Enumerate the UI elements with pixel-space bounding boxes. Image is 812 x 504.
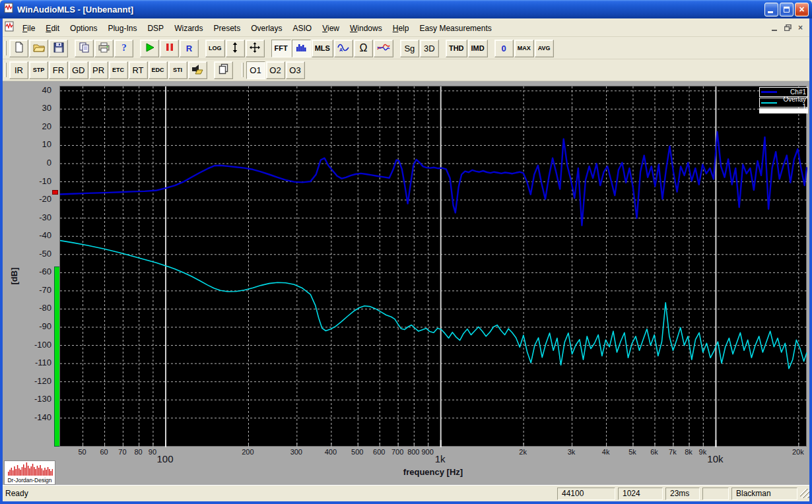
edc-button[interactable]: EDC: [149, 61, 168, 79]
pause-button[interactable]: [160, 40, 179, 57]
pr-button[interactable]: PR: [89, 61, 108, 79]
rt-button[interactable]: RT: [129, 61, 148, 79]
overlay-copy-button[interactable]: [214, 61, 233, 79]
menu-windows[interactable]: Windows: [345, 22, 388, 35]
menu-asio[interactable]: ASIO: [288, 22, 318, 35]
max-button[interactable]: MAX: [514, 40, 534, 57]
close-icon: ×: [799, 5, 804, 14]
open-file-button[interactable]: [29, 40, 48, 57]
menu-wizards[interactable]: Wizards: [169, 22, 208, 35]
impedance-button[interactable]: Ω: [354, 40, 373, 57]
fft-button[interactable]: FFT: [271, 40, 291, 57]
3d-button[interactable]: 3D: [420, 40, 439, 57]
generator-icon-button[interactable]: [188, 61, 207, 79]
avg-button[interactable]: AVG: [535, 40, 554, 57]
zero-button[interactable]: 0: [494, 40, 514, 57]
mdi-close-button[interactable]: ×: [794, 22, 807, 33]
record-button[interactable]: R: [180, 40, 199, 57]
mdi-restore-button[interactable]: [782, 22, 794, 33]
menu-help[interactable]: Help: [388, 22, 415, 35]
signal-generator-button[interactable]: Sg: [400, 40, 419, 57]
print-button[interactable]: [94, 40, 114, 57]
mdi-minimize-button[interactable]: [769, 22, 782, 33]
play-button[interactable]: [140, 40, 159, 57]
menu-easy-measurements[interactable]: Easy Measurements: [414, 22, 496, 35]
spectrum-button[interactable]: [292, 40, 311, 57]
fr-button[interactable]: FR: [49, 61, 68, 79]
etc-button[interactable]: ETC: [109, 61, 128, 79]
help-icon: ?: [119, 42, 129, 55]
title-bar[interactable]: WinAudioMLS - [Unbenannt] ×: [0, 0, 812, 18]
menu-overlays[interactable]: Overlays: [246, 22, 287, 35]
x-tick-label: 3k: [552, 448, 592, 456]
sti-button[interactable]: STI: [168, 61, 187, 79]
y-tick-label: -50: [5, 249, 51, 259]
menu-edit[interactable]: Edit: [40, 22, 65, 35]
window-title: WinAudioMLS - [Unbenannt]: [17, 5, 763, 15]
gd-button[interactable]: GD: [69, 61, 88, 79]
log-scale-button-label: LOG: [209, 45, 222, 51]
maximize-icon: [784, 7, 790, 13]
overlay2-button[interactable]: O2: [266, 61, 285, 79]
print-icon: [98, 42, 110, 55]
pan-button[interactable]: [246, 40, 265, 57]
vertical-zoom-button[interactable]: [226, 40, 245, 57]
svg-text:A: A: [339, 47, 343, 52]
menu-plug-ins[interactable]: Plug-Ins: [102, 22, 142, 35]
legend-line-sample: [761, 102, 777, 104]
impedance-button-label: Ω: [359, 42, 367, 54]
copy-button[interactable]: [75, 40, 94, 57]
y-tick-label: -60: [5, 267, 51, 276]
close-button[interactable]: ×: [795, 3, 809, 16]
y-tick-label: -10: [5, 176, 51, 186]
overlay1-button-label: O1: [250, 65, 261, 75]
menu-options[interactable]: Options: [65, 22, 102, 35]
stp-button[interactable]: STP: [29, 61, 48, 79]
scope-button[interactable]: A: [334, 40, 353, 57]
series-ch-1: [60, 132, 807, 226]
edc-button-label: EDC: [152, 67, 164, 73]
help-button[interactable]: ?: [114, 40, 133, 57]
ir-button[interactable]: IR: [9, 61, 28, 79]
minimize-button[interactable]: [764, 3, 778, 16]
window-border-left: [0, 18, 3, 504]
save-button[interactable]: [49, 40, 68, 57]
menu-view[interactable]: View: [317, 22, 345, 35]
stp-button-label: STP: [33, 67, 45, 73]
new-file-button[interactable]: [9, 40, 28, 57]
y-tick-label: -90: [5, 321, 51, 331]
thd-button[interactable]: THD: [446, 40, 467, 57]
fft-button-label: FFT: [275, 44, 288, 52]
resize-grip[interactable]: [800, 489, 809, 498]
mdi-controls: ×: [769, 22, 807, 33]
menu-file[interactable]: File: [17, 22, 40, 35]
copy-icon: [79, 42, 90, 55]
x-tick-label: 1k: [421, 453, 460, 464]
spectrum-plot[interactable]: [59, 86, 807, 447]
analysis-toolbar: IRSTPFRGDPRETCRTEDCSTIO1O2O3: [3, 59, 809, 81]
overlay1-button[interactable]: O1: [246, 61, 265, 79]
menu-dsp[interactable]: DSP: [142, 22, 169, 35]
status-message: Ready: [5, 489, 555, 498]
y-tick-label: -70: [5, 285, 51, 295]
menu-items: FileEditOptionsPlug-InsDSPWizardsPresets…: [17, 22, 497, 34]
x-axis-title: frequency [Hz]: [301, 467, 565, 477]
play-icon: [145, 43, 154, 54]
document-icon: [4, 21, 15, 34]
rt-button-label: RT: [132, 65, 143, 75]
3d-button-label: 3D: [424, 44, 435, 53]
overlay3-button[interactable]: O3: [286, 61, 305, 79]
avg-button-label: AVG: [538, 45, 551, 51]
transfer-button[interactable]: [374, 40, 393, 57]
overlay3-button-label: O3: [289, 65, 300, 75]
minimize-icon: [768, 11, 773, 13]
pause-icon: [166, 43, 174, 53]
imd-button[interactable]: IMD: [468, 40, 488, 57]
x-tick-label: 300: [277, 448, 316, 456]
mls-button[interactable]: MLS: [312, 40, 333, 57]
log-scale-button[interactable]: LOG: [205, 40, 225, 57]
menu-presets[interactable]: Presets: [208, 22, 246, 35]
mls-button-label: MLS: [315, 44, 330, 52]
y-tick-label: -140: [5, 412, 51, 422]
maximize-button[interactable]: [780, 3, 794, 16]
